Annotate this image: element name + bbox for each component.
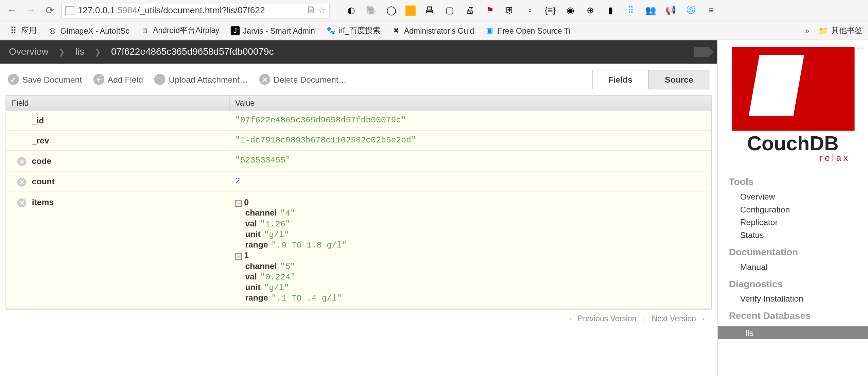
field-value[interactable]: "523533455" — [235, 156, 291, 166]
delete-field-icon[interactable]: ✕ — [17, 198, 26, 207]
field-row-id[interactable]: _id "07f622e4865c365d9658d57fdb00079c" — [6, 110, 711, 131]
view-tabs: Fields Source — [592, 70, 709, 89]
ext-icon-skype[interactable]: Ⓢ — [685, 4, 697, 16]
field-value[interactable]: 2 — [235, 176, 240, 186]
field-name: count — [32, 176, 55, 186]
sidebar-link-overview[interactable]: Overview — [729, 190, 857, 203]
apps-button[interactable]: ⠿ 应用 — [5, 24, 40, 36]
sidebar-heading-docs: Documentation — [729, 247, 857, 258]
ext-icon-speaker[interactable]: 📢 — [665, 4, 677, 16]
ext-icon-flag[interactable]: ⚑ — [484, 4, 496, 16]
delete-field-icon[interactable]: ✕ — [17, 178, 26, 187]
logo: ︿ CouchDB relax — [718, 40, 868, 168]
bookmark-item-1[interactable]: 🗎Android平台Airplay — [137, 24, 223, 36]
field-name: _id — [32, 116, 44, 125]
bookmark-star-icon[interactable]: ☆ — [318, 5, 326, 16]
bookmark-item-2[interactable]: JJarvis - Smart Admin — [227, 25, 318, 36]
breadcrumb-doc: 07f622e4865c365d9658d57fdb00079c — [111, 46, 274, 57]
breadcrumb-db[interactable]: lis — [75, 46, 84, 57]
sidebar-link-verify[interactable]: Verify Installation — [729, 292, 857, 305]
field-row-items[interactable]: ✕items −0 channel"4" val"1.26" unit"g/l"… — [6, 192, 711, 309]
recent-db-item[interactable]: lis — [718, 326, 868, 339]
url-port: :5984 — [115, 5, 137, 16]
extension-icons: ◐ 🐘 ◯ 🖶 ▢ 🖨 ⚑ ⛨ ▫ {≡} ◉ ⊕ ▮ ⠿ 👥 📢 Ⓢ ≡ — [345, 4, 717, 16]
field-row-count[interactable]: ✕count 2 — [6, 172, 711, 192]
tab-fields[interactable]: Fields — [592, 70, 649, 89]
back-button[interactable]: ← — [4, 3, 19, 18]
save-document-button[interactable]: ✓Save Document — [8, 74, 82, 85]
item-val: "g/l" — [264, 283, 289, 293]
item-val: "1.26" — [260, 220, 291, 229]
ext-icon-evernote[interactable]: 🐘 — [365, 4, 378, 16]
item-key: val — [245, 219, 257, 228]
favicon-2: J — [230, 26, 239, 35]
forward-button[interactable]: → — [23, 3, 38, 18]
delete-field-icon[interactable]: ✕ — [17, 157, 26, 166]
ext-icon-grid[interactable]: ⠿ — [624, 4, 637, 16]
ext-icon-4[interactable] — [405, 5, 416, 16]
sidebar-link-status[interactable]: Status — [729, 228, 857, 241]
collapse-toggle[interactable]: − — [235, 200, 242, 207]
ext-icon-box[interactable]: ▫ — [524, 4, 536, 16]
favicon-5: ▣ — [485, 26, 494, 35]
breadcrumb-tag-icon[interactable] — [694, 47, 708, 57]
logo-subtitle: relax — [820, 153, 850, 163]
breadcrumb-overview[interactable]: Overview — [9, 46, 48, 57]
bookmark-item-4[interactable]: ✖Administrator's Guid — [388, 25, 478, 36]
logo-text: CouchDB — [747, 132, 839, 155]
url-host: 127.0.0.1 — [77, 5, 115, 16]
field-row-rev[interactable]: _rev "1-dc7918c0893b678c1102582c02b5e2ed… — [6, 131, 711, 151]
ext-icon-cast[interactable]: ▢ — [444, 4, 456, 16]
table-header: Field Value — [6, 96, 711, 110]
bookmark-item-0[interactable]: ◎GImageX - AutoItSc — [45, 25, 133, 36]
ext-icon-circle[interactable]: ◉ — [564, 4, 576, 16]
ext-icon-print[interactable]: 🖶 — [423, 4, 436, 16]
field-name: _rev — [32, 136, 49, 145]
favicon-3: 🐾 — [326, 26, 335, 35]
other-bookmarks[interactable]: 📁 其他书签 — [818, 25, 863, 36]
next-version-link[interactable]: Next Version → — [652, 314, 706, 323]
item-key: range — [245, 240, 268, 249]
ext-icon-bookmark[interactable]: ▮ — [604, 4, 617, 16]
collapse-toggle[interactable]: − — [235, 253, 242, 260]
add-field-button[interactable]: +Add Field — [93, 74, 143, 85]
ext-icon-shield[interactable]: ⛨ — [504, 4, 516, 16]
browser-toolbar: ← → ⟳ 127.0.0.1:5984/_utils/document.htm… — [0, 0, 868, 21]
header-value: Value — [229, 96, 711, 110]
sidebar-link-configuration[interactable]: Configuration — [729, 203, 857, 216]
ext-icon-braces[interactable]: {≡} — [544, 4, 556, 16]
ext-icon-alipay[interactable]: ⊕ — [584, 4, 596, 16]
delete-document-button[interactable]: ✕Delete Document… — [259, 74, 347, 85]
bookmarks-overflow[interactable]: » — [805, 26, 810, 35]
item-val: "0.224" — [260, 273, 296, 282]
document-toolbar: ✓Save Document +Add Field ↑Upload Attach… — [0, 64, 717, 95]
ext-icon-people[interactable]: 👥 — [645, 4, 657, 16]
upload-attachment-button[interactable]: ↑Upload Attachment… — [154, 74, 248, 85]
translate-icon[interactable]: 🖹 — [307, 5, 315, 16]
item-val: ".1 TO .4 g/l" — [272, 294, 342, 303]
array-index: 1 — [244, 250, 249, 260]
url-bar[interactable]: 127.0.0.1:5984/_utils/document.html?lis/… — [62, 2, 330, 18]
field-value[interactable]: "07f622e4865c365d9658d57fdb00079c" — [235, 116, 406, 125]
menu-icon[interactable]: ≡ — [705, 4, 717, 16]
item-key: range — [245, 293, 268, 302]
field-name: items — [32, 197, 54, 207]
bookmark-item-5[interactable]: ▣Free Open Source Ti — [482, 25, 573, 36]
header-field: Field — [6, 96, 229, 110]
bookmark-item-3[interactable]: 🐾irf_百度搜索 — [323, 24, 384, 36]
tab-source[interactable]: Source — [648, 70, 709, 89]
reload-button[interactable]: ⟳ — [42, 3, 57, 18]
ext-icon-3[interactable]: ◯ — [385, 4, 398, 16]
ext-icon-1[interactable]: ◐ — [345, 4, 358, 16]
items-tree[interactable]: −0 channel"4" val"1.26" unit"g/l" range"… — [229, 192, 711, 308]
ext-icon-printer[interactable]: 🖨 — [464, 4, 476, 16]
version-pager: ← Previous Version | Next Version → — [0, 309, 717, 327]
sidebar-link-manual[interactable]: Manual — [729, 260, 857, 273]
sidebar-heading-tools: Tools — [729, 176, 857, 188]
field-value[interactable]: "1-dc7918c0893b678c1102582c02b5e2ed" — [235, 136, 416, 145]
sidebar-link-replicator[interactable]: Replicator — [729, 216, 857, 228]
field-row-code[interactable]: ✕code "523533455" — [6, 151, 711, 172]
sidebar-collapse-icon[interactable]: ︿ — [857, 42, 865, 53]
prev-version-link[interactable]: ← Previous Version — [568, 314, 636, 323]
favicon-0: ◎ — [48, 26, 57, 35]
